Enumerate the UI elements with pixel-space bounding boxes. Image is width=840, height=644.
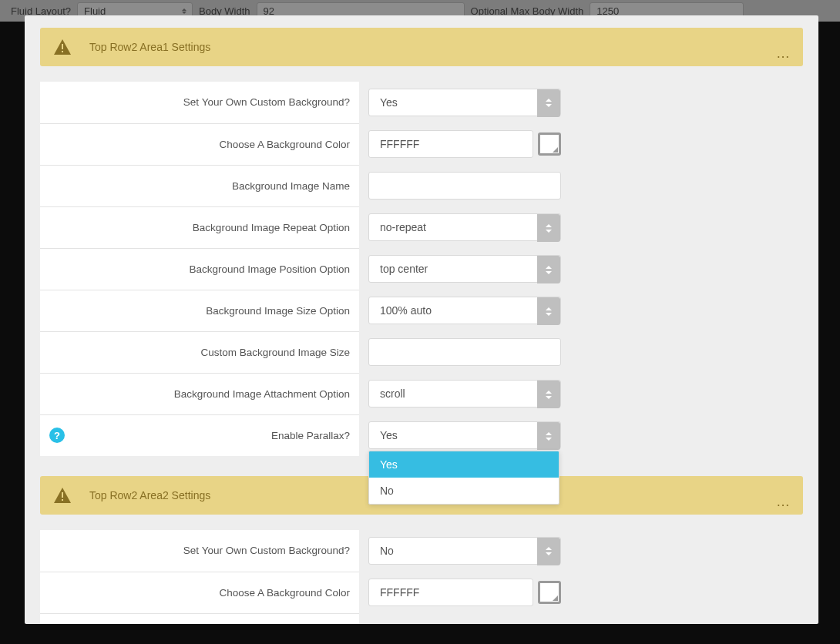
input-bg-image-name[interactable]: [368, 172, 561, 200]
select-custom-bg-value: Yes: [380, 96, 398, 109]
row-bg-attach: Background Image Attachment Option scrol…: [40, 373, 803, 414]
parallax-option-no[interactable]: No: [369, 478, 559, 504]
label-parallax-text: Enable Parallax?: [271, 430, 350, 441]
warning-icon: [54, 39, 71, 55]
select-parallax-value: Yes: [380, 429, 398, 441]
section-title: Top Row2 Area1 Settings: [89, 41, 210, 53]
row-custom-bg-2: Set Your Own Custom Background? No: [40, 530, 803, 572]
svg-rect-1: [62, 51, 63, 52]
select-custom-bg[interactable]: Yes: [368, 89, 561, 116]
label-bg-size: Background Image Size Option: [40, 290, 359, 331]
row-bg-size: Background Image Size Option 100% auto: [40, 290, 803, 331]
label-parallax: ? Enable Parallax?: [40, 414, 359, 456]
row-bg-position: Background Image Position Option top cen…: [40, 248, 803, 290]
label-custom-bg-2: Set Your Own Custom Background?: [40, 530, 359, 572]
select-bg-position[interactable]: top center: [368, 255, 561, 283]
label-custom-bg: Set Your Own Custom Background?: [40, 82, 359, 123]
svg-rect-2: [62, 492, 63, 498]
select-parallax[interactable]: Yes: [368, 421, 561, 449]
row-bg-image-name: Background Image Name: [40, 165, 803, 206]
svg-rect-3: [62, 499, 63, 501]
select-bg-position-value: top center: [380, 263, 428, 275]
label-bg-repeat: Background Image Repeat Option: [40, 206, 359, 248]
section-title: Top Row2 Area2 Settings: [89, 489, 210, 501]
warning-icon: [54, 488, 71, 503]
row-bg-repeat: Background Image Repeat Option no-repeat: [40, 206, 803, 248]
row-bg-color-2: Choose A Background Color FFFFFF: [40, 572, 803, 613]
input-bg-color-value: FFFFFF: [380, 138, 419, 150]
parallax-option-yes[interactable]: Yes: [369, 451, 559, 478]
chevrons-icon: [537, 256, 560, 283]
input-bg-color-2[interactable]: FFFFFF: [368, 579, 533, 606]
row-parallax: ? Enable Parallax? Yes Yes No: [40, 414, 803, 456]
select-bg-repeat-value: no-repeat: [380, 221, 426, 233]
input-bg-color[interactable]: FFFFFF: [368, 130, 533, 158]
section-expand-icon[interactable]: …: [776, 45, 791, 62]
select-bg-size[interactable]: 100% auto: [368, 297, 561, 324]
select-bg-repeat[interactable]: no-repeat: [368, 213, 561, 241]
modal-scroll[interactable]: Top Row2 Area1 Settings … Set Your Own C…: [25, 15, 818, 624]
svg-rect-0: [62, 44, 63, 49]
section2-form: Set Your Own Custom Background? No Choos…: [40, 530, 803, 624]
chevrons-icon: [537, 422, 560, 450]
chevrons-icon: [537, 214, 560, 242]
label-bg-position: Background Image Position Option: [40, 248, 359, 290]
section-header-area1[interactable]: Top Row2 Area1 Settings …: [40, 28, 803, 66]
row-custom-bg: Set Your Own Custom Background? Yes: [40, 82, 803, 123]
select-bg-size-value: 100% auto: [380, 304, 432, 317]
settings-modal: Top Row2 Area1 Settings … Set Your Own C…: [25, 15, 818, 624]
row-custom-size: Custom Background Image Size: [40, 331, 803, 373]
color-swatch[interactable]: [538, 581, 561, 604]
label-custom-size: Custom Background Image Size: [40, 331, 359, 373]
section1-form: Set Your Own Custom Background? Yes Choo…: [40, 82, 803, 456]
chevrons-icon: [537, 89, 560, 117]
input-custom-size[interactable]: [368, 338, 561, 366]
select-custom-bg-2[interactable]: No: [368, 537, 561, 565]
chevrons-icon: [537, 297, 560, 325]
chevrons-icon: [537, 381, 560, 408]
parallax-dropdown[interactable]: Yes No: [368, 451, 559, 505]
input-bg-color-2-value: FFFFFF: [380, 586, 419, 599]
label-bg-image-name: Background Image Name: [40, 165, 359, 206]
select-bg-attach-value: scroll: [380, 387, 405, 400]
label-bg-color-2: Choose A Background Color: [40, 572, 359, 613]
label-bg-attach: Background Image Attachment Option: [40, 373, 359, 414]
row-bg-color: Choose A Background Color FFFFFF: [40, 123, 803, 165]
help-icon[interactable]: ?: [49, 428, 65, 443]
select-bg-attach[interactable]: scroll: [368, 380, 561, 408]
color-swatch[interactable]: [538, 132, 561, 156]
chevrons-icon: [537, 538, 560, 565]
label-bg-color: Choose A Background Color: [40, 123, 359, 165]
row-placeholder: [40, 613, 803, 624]
section-expand-icon[interactable]: …: [776, 494, 791, 510]
label-placeholder: [40, 613, 359, 624]
select-custom-bg-2-value: No: [380, 545, 394, 557]
